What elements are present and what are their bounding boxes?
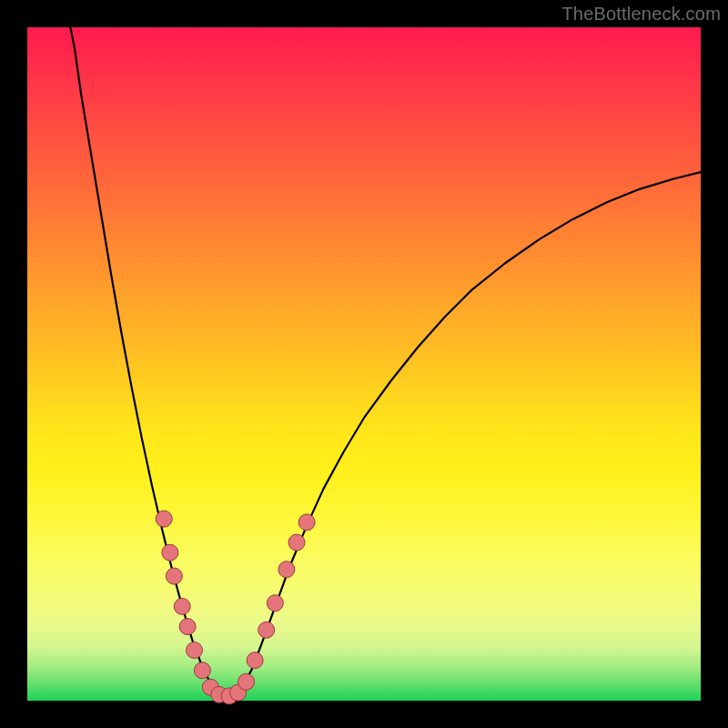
data-point [258,622,275,638]
data-point [278,561,295,578]
data-point [166,568,182,584]
plot-area [27,27,701,701]
data-point [288,534,305,551]
data-point [194,662,210,679]
chart-frame: TheBottleneck.com [0,0,728,728]
data-point [238,673,255,690]
data-point [247,652,263,669]
data-point [162,544,178,561]
data-point [179,619,196,635]
watermark-text: TheBottleneck.com [561,4,721,25]
curve-path [67,14,701,697]
data-point [156,511,172,527]
data-point [187,642,203,659]
data-point [298,514,315,531]
data-point [267,595,283,612]
data-point [174,598,190,614]
chart-svg [27,27,701,701]
